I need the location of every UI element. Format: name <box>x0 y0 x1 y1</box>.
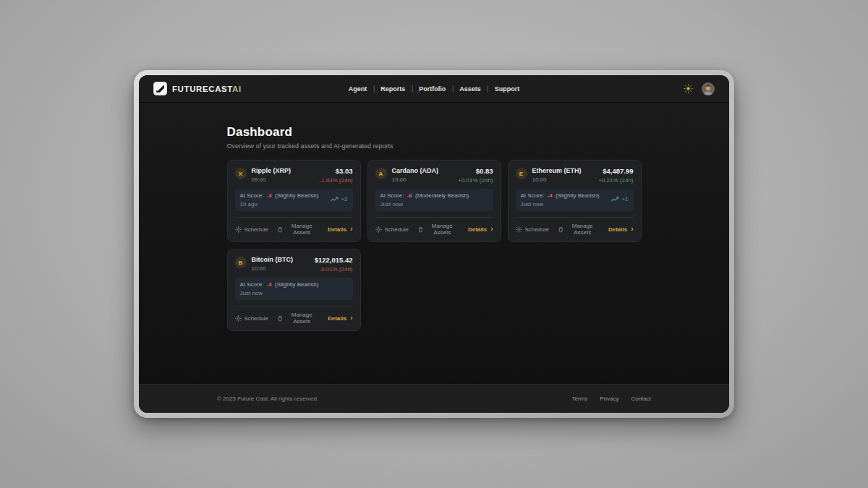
manage-assets-button[interactable]: Manage Assets <box>278 223 318 236</box>
nav-separator <box>452 85 453 93</box>
ai-sentiment: (Moderately Bearish) <box>415 192 469 199</box>
ai-updated: Just now <box>521 201 600 207</box>
asset-change: +0.01% (24h) <box>458 177 493 184</box>
gear-icon <box>516 226 522 233</box>
asset-time: 10:00 <box>252 265 294 272</box>
theme-toggle-sun-icon[interactable] <box>683 84 693 94</box>
details-button[interactable]: Details› <box>328 226 353 233</box>
asset-time: 09:00 <box>252 176 292 183</box>
ai-score-value: -6 <box>407 192 412 199</box>
footer: © 2025 Future Cast. All rights reserved.… <box>139 384 729 413</box>
gear-icon <box>235 315 242 322</box>
device-frame: FUTURECASTAI Agent Reports Portfolio Ass… <box>134 70 734 418</box>
top-navbar: FUTURECASTAI Agent Reports Portfolio Ass… <box>139 75 729 103</box>
details-button[interactable]: Details› <box>468 226 493 233</box>
schedule-button[interactable]: Schedule <box>235 226 268 233</box>
asset-symbol-badge: B <box>235 257 247 268</box>
asset-name: Cardano (ADA) <box>392 167 439 174</box>
footer-link-contact[interactable]: Contact <box>631 395 651 402</box>
ai-sentiment: (Slightly Bearish) <box>275 192 318 199</box>
trending-up-icon <box>611 197 619 202</box>
footer-link-privacy[interactable]: Privacy <box>600 395 618 402</box>
asset-name: Ripple (XRP) <box>252 167 292 174</box>
card-actions: Schedule Manage Assets Details› <box>516 217 634 236</box>
nav-separator <box>488 85 488 93</box>
asset-name: Ethereum (ETH) <box>532 167 582 174</box>
nav-item-portfolio[interactable]: Portfolio <box>419 85 446 93</box>
asset-name: Bitcoin (BTC) <box>252 256 294 263</box>
ai-sentiment: (Slightly Bearish) <box>275 281 318 288</box>
asset-price: $4,487.99 <box>598 167 633 175</box>
trending-up-icon <box>331 197 339 202</box>
card-actions: Schedule Manage Assets Details› <box>235 217 353 236</box>
asset-symbol-badge: E <box>516 168 527 179</box>
manage-assets-button[interactable]: Manage Assets <box>418 223 459 236</box>
nav-item-assets[interactable]: Assets <box>459 85 481 93</box>
ai-score-panel: AI Score: -3 (Slightly Bearish) Just now <box>235 278 353 300</box>
asset-symbol-badge: X <box>235 168 247 179</box>
asset-price: $3.03 <box>319 167 352 175</box>
asset-time: 10:00 <box>392 176 439 183</box>
ai-score-panel: AI Score: -6 (Moderately Bearish) Just n… <box>375 189 493 211</box>
nav-separator <box>373 85 374 93</box>
trash-icon <box>278 226 283 233</box>
page-subtitle: Overview of your tracked assets and AI-g… <box>227 142 642 150</box>
asset-time: 10:00 <box>532 176 582 183</box>
details-button[interactable]: Details› <box>608 226 634 233</box>
app-window: FUTURECASTAI Agent Reports Portfolio Ass… <box>139 75 729 413</box>
chevron-right-icon: › <box>350 226 352 232</box>
schedule-button[interactable]: Schedule <box>235 315 268 322</box>
ai-updated: Just now <box>240 290 319 296</box>
manage-assets-button[interactable]: Manage Assets <box>558 223 599 236</box>
card-actions: Schedule Manage Assets Details› <box>235 306 353 325</box>
ai-score-panel: AI Score: -4 (Slightly Bearish) Just now… <box>516 189 634 211</box>
asset-price: $122,015.42 <box>315 256 353 264</box>
asset-card-cardano: A Cardano (ADA) 10:00 $0.83 +0.01% (24h)… <box>367 160 501 242</box>
ai-updated: 1h ago <box>240 201 319 207</box>
chevron-right-icon: › <box>631 226 633 232</box>
ai-updated: Just now <box>380 201 469 207</box>
asset-card-bitcoin: B Bitcoin (BTC) 10:00 $122,015.42 -0.01%… <box>227 249 361 331</box>
copyright-text: © 2025 Future Cast. All rights reserved. <box>217 395 318 402</box>
main-nav: Agent Reports Portfolio Assets Support <box>349 75 520 102</box>
gear-icon <box>375 226 382 233</box>
asset-price: $0.83 <box>458 167 493 175</box>
chevron-right-icon: › <box>490 226 493 232</box>
schedule-button[interactable]: Schedule <box>516 226 549 233</box>
trend-indicator: +1 <box>611 192 628 202</box>
brand-name: FUTURECASTAI <box>172 85 242 93</box>
nav-item-agent[interactable]: Agent <box>349 85 367 93</box>
nav-separator <box>412 85 412 93</box>
ai-score-value: -4 <box>548 192 553 199</box>
main-content: Dashboard Overview of your tracked asset… <box>139 103 729 384</box>
ai-score-panel: AI Score: -3 (Slightly Bearish) 1h ago +… <box>235 189 353 211</box>
brand[interactable]: FUTURECASTAI <box>153 82 242 95</box>
ai-score-value: -3 <box>267 192 272 199</box>
gear-icon <box>235 226 242 233</box>
ai-sentiment: (Slightly Bearish) <box>556 192 599 199</box>
chevron-right-icon: › <box>350 315 352 321</box>
page-title: Dashboard <box>227 125 642 140</box>
asset-card-ripple: X Ripple (XRP) 09:00 $3.03 -1.93% (24h) … <box>227 160 361 242</box>
asset-change: -0.01% (24h) <box>315 266 353 273</box>
asset-card-ethereum: E Ethereum (ETH) 10:00 $4,487.99 +0.21% … <box>508 160 642 242</box>
schedule-button[interactable]: Schedule <box>375 226 409 233</box>
asset-change: +0.21% (24h) <box>598 177 633 184</box>
navbar-right-group <box>683 82 715 95</box>
trash-icon <box>558 226 563 233</box>
nav-item-reports[interactable]: Reports <box>380 85 405 93</box>
trend-indicator: +2 <box>331 192 347 202</box>
ai-score-value: -3 <box>267 281 272 288</box>
asset-card-grid: X Ripple (XRP) 09:00 $3.03 -1.93% (24h) … <box>227 160 642 331</box>
brand-logo-icon <box>153 82 167 95</box>
footer-links: Terms Privacy Contact <box>571 395 651 402</box>
details-button[interactable]: Details› <box>328 315 353 322</box>
asset-change: -1.93% (24h) <box>319 177 352 184</box>
user-avatar[interactable] <box>702 82 715 95</box>
nav-item-support[interactable]: Support <box>495 85 520 93</box>
trash-icon <box>418 226 423 233</box>
trash-icon <box>278 315 283 322</box>
card-actions: Schedule Manage Assets Details› <box>375 217 493 236</box>
footer-link-terms[interactable]: Terms <box>571 395 587 402</box>
manage-assets-button[interactable]: Manage Assets <box>278 312 318 325</box>
